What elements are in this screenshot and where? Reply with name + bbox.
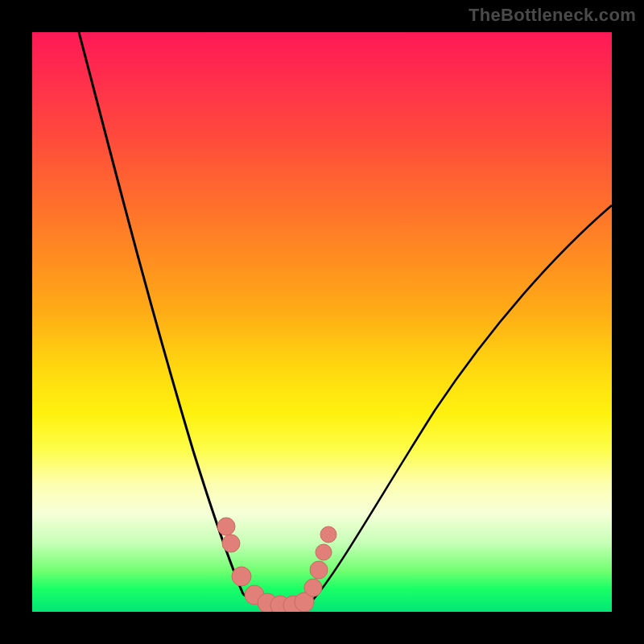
left-curve-path <box>79 32 243 594</box>
marker <box>316 544 332 560</box>
curve-svg <box>32 32 612 612</box>
marker <box>320 526 336 543</box>
marker-group <box>217 518 336 612</box>
right-curve-path <box>312 205 612 601</box>
plot-area <box>32 32 612 612</box>
marker <box>304 579 322 597</box>
marker <box>232 567 251 586</box>
marker <box>310 561 328 579</box>
chart-frame: TheBottleneck.com <box>0 0 644 644</box>
watermark-text: TheBottleneck.com <box>469 5 636 26</box>
marker <box>217 518 235 535</box>
marker <box>222 535 240 552</box>
